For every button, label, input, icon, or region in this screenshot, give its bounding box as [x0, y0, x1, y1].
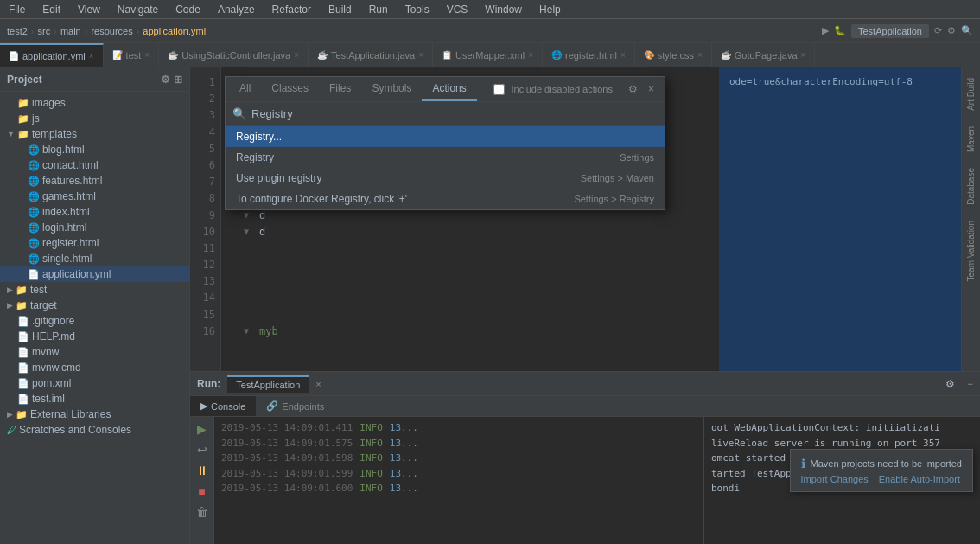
- sidebar-expand-icon[interactable]: ⊞: [174, 74, 182, 86]
- code-editor[interactable]: 12345 678910 111213141516 ▼ server: port…: [190, 67, 719, 371]
- sp-tab-classes[interactable]: Classes: [261, 77, 319, 101]
- run-app-tab[interactable]: TestApplication: [227, 375, 309, 393]
- sidebar-item-js[interactable]: 📁 js: [0, 111, 189, 126]
- sidebar-item-gitignore[interactable]: 📄 .gitignore: [0, 313, 189, 329]
- tab-close-yml[interactable]: ×: [89, 51, 94, 61]
- sp-tab-files[interactable]: Files: [319, 77, 361, 101]
- toolbar-refresh-icon[interactable]: ⟳: [934, 25, 942, 36]
- run-tab-endpoints[interactable]: 🔗 Endpoints: [256, 396, 334, 416]
- menu-help[interactable]: Help: [536, 2, 564, 17]
- menu-vcs[interactable]: VCS: [443, 2, 472, 17]
- path-src[interactable]: src: [38, 26, 51, 36]
- popup-search-input[interactable]: [251, 107, 658, 120]
- sidebar-item-features[interactable]: 🌐 features.html: [0, 173, 189, 189]
- toolbar-debug-icon[interactable]: 🐛: [834, 25, 846, 36]
- sidebar-item-scratches[interactable]: 🖊 Scratches and Consoles: [0, 422, 189, 438]
- right-tab-database[interactable]: Database: [964, 161, 978, 212]
- sidebar-item-games[interactable]: 🌐 games.html: [0, 189, 189, 204]
- tab-close-goto[interactable]: ×: [801, 50, 806, 60]
- menu-code[interactable]: Code: [172, 2, 204, 17]
- right-tab-teamvalidation[interactable]: Team Validation: [964, 214, 978, 288]
- sidebar-item-register[interactable]: 🌐 register.html: [0, 235, 189, 251]
- run-tab-console[interactable]: ▶ Console: [190, 396, 256, 416]
- tab-user-mapper[interactable]: 📋 UserMapper.xml ×: [433, 43, 543, 67]
- tab-style-css[interactable]: 🎨 style.css ×: [635, 43, 712, 67]
- run-settings-icon[interactable]: ⚙: [945, 378, 955, 390]
- sp-tab-actions[interactable]: Actions: [422, 77, 476, 101]
- run-pause-btn[interactable]: ⏸: [194, 462, 211, 479]
- right-tab-artbuild[interactable]: Art Build: [964, 71, 978, 118]
- tab-register-html[interactable]: 🌐 register.html ×: [543, 43, 635, 67]
- path-test2[interactable]: test2: [7, 26, 28, 36]
- sidebar-item-test-folder[interactable]: ▶ 📁 test: [0, 282, 189, 298]
- path-resources[interactable]: resources: [91, 26, 132, 36]
- menu-window[interactable]: Window: [481, 2, 525, 17]
- menu-edit[interactable]: Edit: [39, 2, 64, 17]
- sidebar-item-templates[interactable]: ▼ 📁 templates: [0, 126, 189, 142]
- sidebar-item-application-yml[interactable]: 📄 application.yml: [0, 266, 189, 282]
- sidebar-item-images[interactable]: 📁 images: [0, 95, 189, 111]
- toolbar-settings-icon[interactable]: ⚙: [947, 25, 956, 36]
- sp-filter-icon[interactable]: ⚙: [625, 81, 641, 97]
- toolbar-search-icon[interactable]: 🔍: [961, 25, 973, 36]
- sidebar-item-contact[interactable]: 🌐 contact.html: [0, 157, 189, 173]
- toolbar-project-name[interactable]: TestApplication: [851, 24, 929, 38]
- tab-close-test[interactable]: ×: [144, 50, 150, 60]
- run-log[interactable]: 2019-05-13 14:09:01.411 INFO 13... 2019-…: [214, 417, 703, 544]
- fold-10[interactable]: ▼: [244, 225, 256, 239]
- menu-analyze[interactable]: Analyze: [214, 2, 258, 17]
- sidebar-gear-icon[interactable]: ⚙: [161, 74, 170, 86]
- sidebar-item-pom[interactable]: 📄 pom.xml: [0, 375, 189, 391]
- menu-navigate[interactable]: Navigate: [114, 2, 162, 17]
- run-rerun-btn[interactable]: ↩: [194, 441, 211, 458]
- sidebar-item-single[interactable]: 🌐 single.html: [0, 251, 189, 266]
- result-docker-registry[interactable]: To configure Docker Registry, click '+' …: [226, 189, 665, 209]
- tab-close-mapper[interactable]: ×: [528, 50, 533, 60]
- tab-goto-page[interactable]: ☕ GotoPage.java ×: [712, 43, 816, 67]
- notif-enable-auto-import[interactable]: Enable Auto-Import: [879, 474, 960, 484]
- sp-tab-all[interactable]: All: [229, 77, 261, 101]
- sp-close-icon[interactable]: ×: [645, 81, 658, 97]
- tab-test[interactable]: 📝 test ×: [104, 43, 160, 67]
- toolbar-run-icon[interactable]: ▶: [822, 25, 829, 36]
- sidebar-item-login[interactable]: 🌐 login.html: [0, 220, 189, 235]
- menu-build[interactable]: Build: [325, 2, 355, 17]
- notif-import-changes[interactable]: Import Changes: [801, 474, 869, 484]
- include-disabled-label[interactable]: Include disabled actions: [493, 81, 616, 97]
- menu-tools[interactable]: Tools: [402, 2, 433, 17]
- path-main[interactable]: main: [60, 26, 81, 36]
- sidebar-item-mvnw[interactable]: 📄 mvnw: [0, 344, 189, 360]
- include-disabled-checkbox[interactable]: [493, 84, 505, 95]
- sidebar-item-mvnw-cmd[interactable]: 📄 mvnw.cmd: [0, 360, 189, 375]
- run-play-btn[interactable]: ▶: [194, 420, 211, 438]
- menu-run[interactable]: Run: [366, 2, 391, 17]
- tab-close-testapp[interactable]: ×: [418, 50, 423, 60]
- menu-view[interactable]: View: [74, 2, 104, 17]
- tab-close-using-static[interactable]: ×: [294, 50, 299, 60]
- sidebar-item-target[interactable]: ▶ 📁 target: [0, 298, 189, 313]
- sidebar-item-blog[interactable]: 🌐 blog.html: [0, 142, 189, 157]
- result-plugin-registry[interactable]: Use plugin registry Settings > Maven: [226, 168, 665, 189]
- run-minimize-icon[interactable]: −: [967, 378, 973, 390]
- tab-test-app[interactable]: ☕ TestApplication.java ×: [309, 43, 433, 67]
- tab-close-css[interactable]: ×: [697, 50, 703, 60]
- sidebar-item-index[interactable]: 🌐 index.html: [0, 204, 189, 220]
- fold-9[interactable]: ▼: [244, 208, 256, 222]
- tab-application-yml[interactable]: 📄 application.yml ×: [0, 43, 104, 67]
- tab-using-static[interactable]: ☕ UsingStaticController.java ×: [159, 43, 309, 67]
- sidebar-item-ext-libs[interactable]: ▶ 📁 External Libraries: [0, 406, 189, 422]
- fold-16[interactable]: ▼: [244, 324, 256, 338]
- run-stop-btn[interactable]: ■: [194, 483, 211, 500]
- menu-file[interactable]: File: [5, 2, 29, 17]
- run-clear-btn[interactable]: 🗑: [194, 503, 211, 521]
- result-registry-dots[interactable]: Registry...: [226, 126, 665, 147]
- run-close-tab[interactable]: ×: [315, 379, 321, 389]
- right-tab-maven[interactable]: Maven: [964, 119, 978, 159]
- path-file[interactable]: application.yml: [143, 26, 206, 36]
- sp-tab-symbols[interactable]: Symbols: [361, 77, 422, 101]
- result-registry-plain[interactable]: Registry Settings: [226, 147, 665, 168]
- sidebar-item-help[interactable]: 📄 HELP.md: [0, 329, 189, 344]
- menu-refactor[interactable]: Refactor: [269, 2, 315, 17]
- sidebar-item-iml[interactable]: 📄 test.iml: [0, 391, 189, 406]
- tab-close-register[interactable]: ×: [620, 50, 626, 60]
